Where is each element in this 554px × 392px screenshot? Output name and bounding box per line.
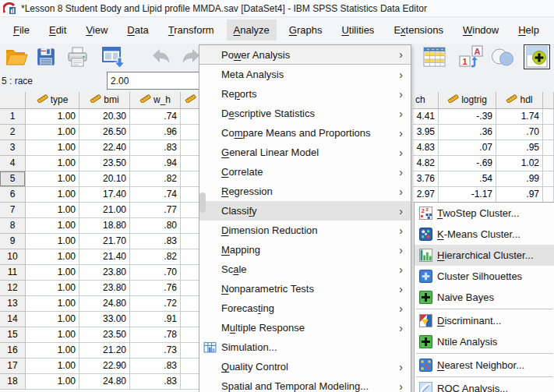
menubar-item-view[interactable]: View	[79, 19, 115, 41]
menubar-item-file[interactable]: File	[6, 19, 37, 41]
data-cell[interactable]	[543, 109, 554, 125]
menu-item-reports[interactable]: Reports›	[199, 84, 411, 104]
data-cell[interactable]: .94	[130, 156, 181, 171]
data-cell[interactable]: 1.00	[26, 265, 79, 281]
data-cell[interactable]: 1.00	[26, 203, 79, 218]
print-button[interactable]	[64, 44, 90, 69]
data-cell[interactable]: 1.00	[26, 296, 79, 312]
data-cell[interactable]: 1.00	[26, 218, 79, 234]
row-number[interactable]: 1	[0, 109, 26, 125]
row-number[interactable]: 18	[0, 374, 26, 390]
data-cell[interactable]: 1.00	[26, 171, 79, 187]
use-variable-sets-button[interactable]	[489, 44, 516, 69]
menu-item-descriptive-statistics[interactable]: Descriptive Statistics›	[199, 104, 411, 123]
data-cell[interactable]: -1.17	[439, 187, 496, 203]
row-number[interactable]: 13	[0, 296, 26, 312]
menu-item-power-analysis[interactable]: Power Analysis›	[199, 45, 411, 65]
data-cell[interactable]: 1.00	[26, 234, 79, 249]
data-cell[interactable]: .74	[130, 109, 181, 125]
data-cell[interactable]: 21.40	[79, 249, 130, 265]
data-cell[interactable]: 21.70	[79, 234, 130, 249]
column-header-partial[interactable]	[543, 92, 554, 109]
data-cell[interactable]: 26.50	[79, 125, 130, 140]
data-cell[interactable]: .70	[130, 265, 181, 281]
data-cell[interactable]: .73	[130, 343, 181, 358]
data-cell[interactable]: 23.50	[79, 327, 130, 343]
menubar-item-data[interactable]: Data	[120, 19, 155, 41]
menu-item-scale[interactable]: Scale›	[199, 260, 411, 279]
data-cell[interactable]: .70	[496, 125, 543, 140]
split-file-button[interactable]	[421, 44, 447, 69]
data-cell[interactable]: 3.76	[413, 171, 439, 187]
data-cell[interactable]: 23.80	[79, 265, 130, 281]
data-cell[interactable]: .82	[130, 249, 181, 265]
recall-dialogs-button[interactable]	[100, 44, 126, 69]
data-cell[interactable]: 24.80	[79, 374, 130, 390]
menu-item-quality-control[interactable]: Quality Control›	[199, 357, 411, 376]
show-all-variables-button[interactable]	[524, 44, 550, 69]
row-number[interactable]: 4	[0, 156, 26, 171]
row-number[interactable]: 7	[0, 203, 26, 218]
data-cell[interactable]: 21.00	[79, 203, 130, 218]
row-number[interactable]: 8	[0, 218, 26, 234]
submenu-item-twostep-cluster[interactable]: 22TwoStep Cluster...	[415, 203, 554, 224]
data-cell[interactable]: 1.00	[26, 109, 79, 125]
data-cell[interactable]: .74	[130, 187, 181, 203]
menu-item-spatial-and-temporal-modeling[interactable]: Spatial and Temporal Modeling...›	[199, 376, 411, 392]
data-cell[interactable]: 1.00	[26, 156, 79, 171]
value-labels-button[interactable]: A1	[458, 44, 485, 69]
menubar-item-extensions[interactable]: Extensions	[386, 19, 450, 41]
data-cell[interactable]: 22.40	[79, 140, 130, 156]
row-number[interactable]: 9	[0, 234, 26, 249]
submenu-item-cluster-silhouettes[interactable]: Cluster Silhouettes	[415, 266, 554, 287]
menu-item-classify[interactable]: Classify›	[199, 201, 411, 221]
submenu-item-nearest-neighbor[interactable]: Nearest Neighbor...	[415, 355, 554, 376]
data-cell[interactable]: .83	[130, 234, 181, 249]
menubar-item-analyze[interactable]: Analyze	[227, 19, 277, 41]
data-cell[interactable]	[543, 140, 554, 156]
data-cell[interactable]: .83	[130, 374, 181, 390]
data-cell[interactable]: .78	[130, 327, 181, 343]
scrollbar-thumb[interactable]	[199, 192, 206, 213]
menu-item-dimension-reduction[interactable]: Dimension Reduction›	[199, 221, 411, 240]
data-cell[interactable]: 1.00	[26, 281, 79, 296]
data-cell[interactable]: 1.00	[26, 249, 79, 265]
open-file-button[interactable]	[3, 44, 30, 69]
data-cell[interactable]: .83	[130, 358, 181, 374]
data-cell[interactable]: 20.30	[79, 109, 130, 125]
row-number[interactable]: 16	[0, 343, 26, 358]
row-number[interactable]: 2	[0, 125, 26, 140]
submenu-item-k-means-cluster[interactable]: K-Means Cluster...	[415, 224, 554, 245]
submenu-item-roc-analysis[interactable]: ROC Analysis...	[415, 378, 554, 392]
row-number[interactable]: 17	[0, 358, 26, 374]
data-cell[interactable]: 4.41	[413, 109, 439, 125]
menu-item-compare-means-and-proportions[interactable]: Compare Means and Proportions›	[199, 123, 411, 143]
data-cell[interactable]: .97	[496, 187, 543, 203]
data-grid-left[interactable]: typebmiw_h11.0020.30.7421.0026.50.9631.0…	[0, 92, 201, 392]
data-cell[interactable]: 4.83	[413, 140, 439, 156]
data-cell[interactable]: .96	[130, 125, 181, 140]
row-number[interactable]: 5	[0, 171, 26, 187]
row-number[interactable]: 6	[0, 187, 26, 203]
menu-item-nonparametric-tests[interactable]: Nonparametric Tests›	[199, 279, 411, 298]
data-cell[interactable]: .77	[130, 203, 181, 218]
data-cell[interactable]: 18.80	[79, 218, 130, 234]
row-number[interactable]: 14	[0, 312, 26, 327]
data-cell[interactable]: -.69	[439, 156, 496, 171]
data-cell[interactable]: 4.82	[413, 156, 439, 171]
row-number[interactable]: 3	[0, 140, 26, 156]
data-cell[interactable]: 23.50	[79, 156, 130, 171]
data-cell[interactable]: 21.20	[79, 343, 130, 358]
column-header-logtrig[interactable]: logtrig	[439, 92, 496, 109]
data-cell[interactable]: .07	[439, 140, 496, 156]
row-number[interactable]: 10	[0, 249, 26, 265]
data-cell[interactable]: 23.80	[79, 281, 130, 296]
data-cell[interactable]: 1.00	[26, 343, 79, 358]
menubar-item-transform[interactable]: Transform	[161, 19, 221, 41]
data-cell[interactable]	[543, 125, 554, 140]
data-cell[interactable]: 1.00	[26, 374, 79, 390]
submenu-item-ntile-analysis[interactable]: Ntile Analysis	[415, 331, 554, 352]
data-cell[interactable]: .80	[130, 218, 181, 234]
data-cell[interactable]: .82	[130, 171, 181, 187]
data-cell[interactable]: 33.00	[79, 312, 130, 327]
